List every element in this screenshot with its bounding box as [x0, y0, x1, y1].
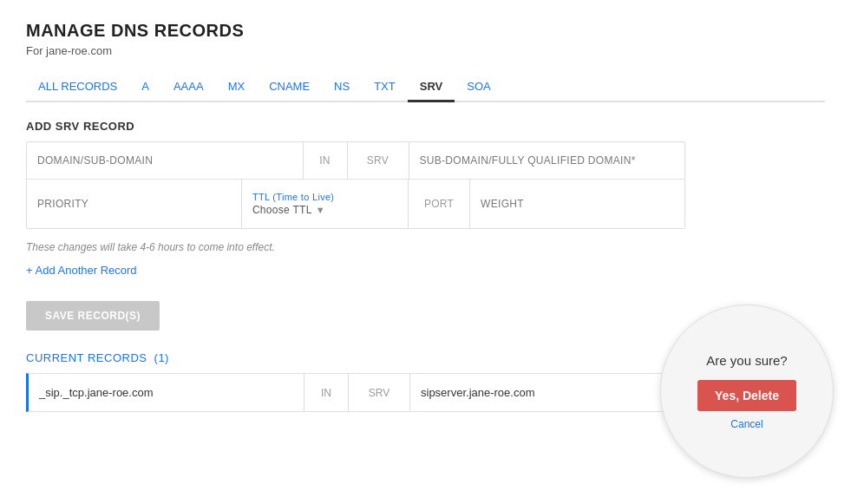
- tab-soa[interactable]: SOA: [455, 73, 502, 102]
- tab-all-records[interactable]: ALL RECORDS: [26, 73, 129, 102]
- current-fqdn: sipserver.jane-roe.com: [410, 374, 685, 411]
- ttl-cell: TTL (Time to Live) Choose TTL ▼: [242, 180, 408, 228]
- current-record-row: _sip._tcp.jane-roe.com IN SRV sipserver.…: [26, 373, 685, 412]
- fqdn-label: SUB-DOMAIN/FULLY QUALIFIED DOMAIN*: [409, 142, 685, 179]
- chevron-down-icon: ▼: [316, 205, 325, 215]
- tab-ns[interactable]: NS: [322, 73, 362, 102]
- cancel-link[interactable]: Cancel: [730, 418, 763, 430]
- priority-label: PRIORITY: [27, 186, 241, 222]
- page-subtitle: For jane-roe.com: [26, 44, 825, 57]
- tab-a[interactable]: A: [129, 73, 161, 102]
- weight-label: WEIGHT: [470, 186, 684, 222]
- page-title: MANAGE DNS RECORDS: [26, 21, 825, 41]
- add-srv-title: ADD SRV RECORD: [26, 120, 825, 133]
- add-record-table: DOMAIN/SUB-DOMAIN IN SRV SUB-DOMAIN/FULL…: [26, 141, 685, 229]
- notice-text: These changes will take 4-6 hours to com…: [26, 241, 825, 253]
- current-records-count: (1): [154, 351, 169, 364]
- ttl-label: TTL (Time to Live): [252, 192, 397, 202]
- ttl-dropdown[interactable]: Choose TTL ▼: [252, 204, 397, 216]
- tab-txt[interactable]: TXT: [362, 73, 408, 102]
- tab-cname[interactable]: CNAME: [257, 73, 322, 102]
- type-label-1: SRV: [348, 142, 409, 179]
- current-domain: _sip._tcp.jane-roe.com: [29, 374, 304, 411]
- add-record-row-2: PRIORITY TTL (Time to Live) Choose TTL ▼…: [27, 180, 684, 228]
- port-label: PORT: [409, 186, 469, 222]
- domain-subdomain-label: DOMAIN/SUB-DOMAIN: [27, 142, 303, 179]
- current-type: SRV: [349, 375, 409, 411]
- add-another-record-link[interactable]: + Add Another Record: [26, 264, 137, 277]
- tab-mx[interactable]: MX: [216, 73, 258, 102]
- current-class: IN: [304, 375, 348, 411]
- yes-delete-button[interactable]: Yes, Delete: [697, 380, 796, 411]
- save-records-button[interactable]: SAVE RECORD(S): [26, 301, 160, 331]
- confirm-popup: Are you sure? Yes, Delete Cancel: [660, 304, 834, 478]
- add-record-row-1: DOMAIN/SUB-DOMAIN IN SRV SUB-DOMAIN/FULL…: [27, 142, 684, 180]
- dns-tabs: ALL RECORDS A AAAA MX CNAME NS TXT SRV S…: [26, 73, 825, 102]
- tab-srv[interactable]: SRV: [408, 73, 455, 102]
- confirm-text: Are you sure?: [706, 353, 787, 368]
- class-label-1: IN: [304, 142, 347, 179]
- tab-aaaa[interactable]: AAAA: [161, 73, 216, 102]
- ttl-value: Choose TTL: [252, 204, 312, 216]
